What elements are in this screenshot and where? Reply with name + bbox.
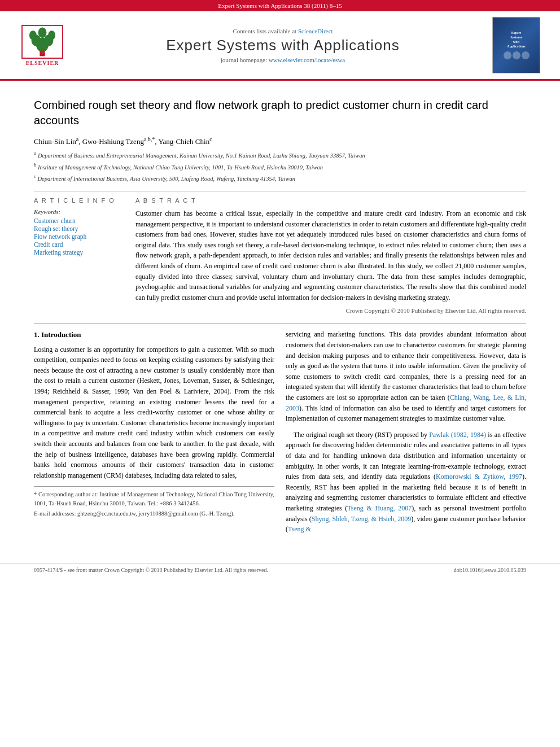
intro-right-para-1: servicing and marketing functions. This … xyxy=(286,329,526,423)
authors-line: Chiun-Sin Lina, Gwo-Hshiung Tzenga,b,*, … xyxy=(34,136,526,146)
chiang-ref-link[interactable]: Chiang, Wang, Lee, & Lin, 2003 xyxy=(286,394,526,412)
cover-title-text: ExpertSystemswithApplications xyxy=(507,31,525,49)
journal-citation-bar: Expert Systems with Applications 38 (201… xyxy=(0,0,560,11)
affil-b-text: Institute of Management of Technology, N… xyxy=(38,164,323,170)
body-content: 1. Introduction Losing a customer is an … xyxy=(34,329,526,540)
paper-title: Combined rough set theory and flow netwo… xyxy=(34,98,526,128)
shyng-ref-link[interactable]: Shyng, Shleh, Tzeng, & Hsieh, 2009 xyxy=(312,515,412,523)
article-info-abstract: A R T I C L E I N F O Keywords: Customer… xyxy=(34,197,526,314)
footnote-1: * Corresponding author at: Institute of … xyxy=(34,490,274,508)
journal-citation-text: Expert Systems with Applications 38 (201… xyxy=(218,2,342,9)
cover-circle-3 xyxy=(522,51,530,59)
svg-point-4 xyxy=(29,30,37,40)
elsevier-logo-area: ELSEVIER xyxy=(11,25,73,66)
keyword-1[interactable]: Customer churn xyxy=(34,217,124,224)
doi-line: doi:10.1016/j.eswa.2010.05.039 xyxy=(453,567,526,573)
elsevier-brand-text: ELSEVIER xyxy=(26,60,59,66)
paper-content: Combined rough set theory and flow netwo… xyxy=(0,81,560,552)
footnote-2: E-mail addresses: ghtzeng@cc.nctu.edu.tw… xyxy=(34,509,274,518)
contents-label: Contents lists available at xyxy=(233,28,296,34)
bottom-bar: 0957-4174/$ - see front matter Crown Cop… xyxy=(0,563,560,576)
intro-section-number: 1. xyxy=(34,330,40,339)
keyword-2[interactable]: Rough set theory xyxy=(34,225,124,232)
author-2-sup: a,b,* xyxy=(144,136,155,142)
affiliations: a Department of Business and Entrepreneu… xyxy=(34,150,526,183)
copyright-line: Crown Copyright © 2010 Published by Else… xyxy=(135,307,526,314)
journal-title-area: Contents lists available at ScienceDirec… xyxy=(73,28,492,63)
journal-cover-area: ExpertSystemswithApplications xyxy=(492,17,549,73)
affil-a: a Department of Business and Entrepreneu… xyxy=(34,150,526,160)
affil-c-text: Department of International Business, As… xyxy=(38,175,295,181)
homepage-link[interactable]: www.elsevier.com/locate/eswa xyxy=(269,56,345,63)
body-divider xyxy=(34,323,526,324)
elsevier-tree-icon xyxy=(20,25,65,59)
affil-a-text: Department of Business and Entrepreneuri… xyxy=(38,152,365,159)
keyword-3[interactable]: Flow network graph xyxy=(34,233,124,240)
body-right-col: servicing and marketing functions. This … xyxy=(286,329,526,540)
sciencedirect-line: Contents lists available at ScienceDirec… xyxy=(73,28,492,34)
keyword-4[interactable]: Credit card xyxy=(34,241,124,248)
homepage-label: journal homepage: xyxy=(221,56,267,63)
abstract-column: A B S T R A C T Customer churn has becom… xyxy=(135,197,526,314)
tseng2-ref-link[interactable]: Tseng & xyxy=(288,525,311,533)
journal-title: Expert Systems with Applications xyxy=(73,37,492,54)
tseng-ref-link[interactable]: Tseng & Huang, 2007 xyxy=(347,504,412,512)
keywords-label: Keywords: xyxy=(34,208,124,215)
svg-point-6 xyxy=(38,27,47,37)
abstract-text: Customer churn has become a critical iss… xyxy=(135,208,526,303)
affil-b-key: b xyxy=(34,162,36,168)
intro-section-title: 1. Introduction xyxy=(34,329,274,340)
author-3-name: Yang-Chieh Chin xyxy=(158,137,209,146)
article-info-header: A R T I C L E I N F O xyxy=(34,197,124,204)
affil-a-key: a xyxy=(34,150,36,156)
journal-cover: ExpertSystemswithApplications xyxy=(492,17,540,73)
author-1-sup: a xyxy=(76,136,78,142)
affil-b: b Institute of Management of Technology,… xyxy=(34,161,526,172)
footnote-area: * Corresponding author at: Institute of … xyxy=(34,486,274,518)
komorowski-ref-link[interactable]: Komorowski & Zytkow, 1997 xyxy=(436,473,522,480)
keyword-5[interactable]: Marketing strategy xyxy=(34,249,124,256)
author-2-name: Gwo-Hshiung Tzeng xyxy=(82,137,144,146)
cover-circle-1 xyxy=(504,51,511,59)
cover-decoration xyxy=(504,51,530,59)
intro-right-para-2: The original rough set theory (RST) prop… xyxy=(286,430,526,535)
author-1-name: Chiun-Sin Lin xyxy=(34,137,76,146)
intro-section-label: Introduction xyxy=(41,330,81,339)
body-left-col: 1. Introduction Losing a customer is an … xyxy=(34,329,274,540)
elsevier-logo: ELSEVIER xyxy=(11,25,73,66)
pawlak-ref-link[interactable]: Pawlak (1982, 1984) xyxy=(429,431,486,439)
sciencedirect-link[interactable]: ScienceDirect xyxy=(298,28,333,34)
journal-homepage-line: journal homepage: www.elsevier.com/locat… xyxy=(73,56,492,63)
journal-header: ELSEVIER Contents lists available at Sci… xyxy=(0,11,560,81)
svg-point-5 xyxy=(48,30,55,40)
svg-rect-7 xyxy=(41,50,44,54)
intro-left-para-1: Losing a customer is an opportunity for … xyxy=(34,344,274,481)
affil-c-key: c xyxy=(34,173,36,179)
abstract-header: A B S T R A C T xyxy=(135,197,526,204)
cover-circle-2 xyxy=(513,51,520,59)
affil-c: c Department of International Business, … xyxy=(34,173,526,183)
issn-line: 0957-4174/$ - see front matter Crown Cop… xyxy=(34,567,268,573)
author-3-sup: c xyxy=(209,136,212,142)
article-info-column: A R T I C L E I N F O Keywords: Customer… xyxy=(34,197,124,314)
header-divider xyxy=(34,191,526,191)
